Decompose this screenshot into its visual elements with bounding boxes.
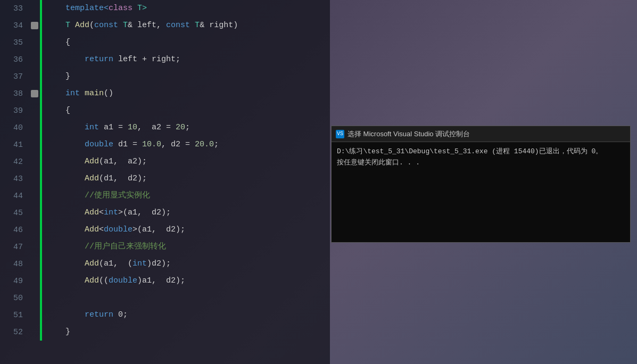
code-token: (( <box>99 276 109 285</box>
code-content: Add(a1, a2); <box>42 153 147 170</box>
green-bar <box>40 289 42 307</box>
code-content: template<class T> <box>42 0 147 17</box>
code-token: , a2 = <box>137 123 176 132</box>
code-token: template< <box>46 4 109 13</box>
code-token: Add <box>85 174 99 183</box>
code-line: 38 int main() <box>0 85 330 102</box>
code-content: } <box>42 324 70 341</box>
code-content: Add<double>(a1, d2); <box>42 221 185 238</box>
console-titlebar: VS 选择 Microsoft Visual Studio 调试控制台 <box>332 126 630 142</box>
code-token: return <box>85 310 113 319</box>
line-number: 44 <box>0 192 29 201</box>
code-line: 43 Add(d1, d2); <box>0 170 330 187</box>
code-content: Add((double)a1, d2); <box>42 272 185 289</box>
code-token: const <box>94 21 118 30</box>
code-content: Add<int>(a1, d2); <box>42 204 171 221</box>
code-content: T Add(const T& left, const T& right) <box>42 17 238 34</box>
code-token: int <box>104 208 118 217</box>
code-content: Add(d1, d2); <box>42 170 147 187</box>
line-indicator <box>29 90 40 97</box>
code-token <box>80 89 85 98</box>
line-number: 48 <box>0 260 29 269</box>
code-lines: 33 template<class T>34 T Add(const T& le… <box>0 0 330 341</box>
line-number: 45 <box>0 209 29 218</box>
code-token: 10.0 <box>142 140 161 149</box>
vs-icon-text: VS <box>337 131 343 137</box>
code-token: < <box>99 225 104 234</box>
code-token: & right) <box>200 21 238 30</box>
code-line: 52 } <box>0 324 330 341</box>
code-token: , d2 = <box>161 140 195 149</box>
code-content: int a1 = 10, a2 = 20; <box>42 119 190 136</box>
code-line: 50 <box>0 289 330 307</box>
code-token: 20 <box>176 123 185 132</box>
code-token: { <box>46 106 70 115</box>
code-token: Add <box>85 259 99 268</box>
code-line: 34 T Add(const T& left, const T& right) <box>0 17 330 34</box>
code-line: 33 template<class T> <box>0 0 330 17</box>
debug-console[interactable]: VS 选择 Microsoft Visual Studio 调试控制台 D:\练… <box>331 126 631 243</box>
console-output-line2: 按任意键关闭此窗口. . . <box>337 158 625 169</box>
code-token: )d2); <box>147 259 171 268</box>
code-line: 41 double d1 = 10.0, d2 = 20.0; <box>0 136 330 153</box>
line-number: 34 <box>0 21 29 30</box>
line-number: 40 <box>0 123 29 133</box>
code-token: } <box>46 72 70 81</box>
code-line: 47 //用户自己来强制转化 <box>0 238 330 255</box>
line-number: 36 <box>0 55 29 64</box>
code-token: int <box>85 123 99 132</box>
code-token: (a1, ( <box>99 259 133 268</box>
line-number: 35 <box>0 38 29 47</box>
code-token: Add <box>85 157 99 166</box>
code-token: < <box>99 208 104 217</box>
code-token <box>46 208 85 217</box>
code-line: 45 Add<int>(a1, d2); <box>0 204 330 221</box>
code-token <box>46 89 65 98</box>
code-token: 20.0 <box>195 140 214 149</box>
code-line: 40 int a1 = 10, a2 = 20; <box>0 119 330 136</box>
code-token: ; <box>214 140 219 149</box>
line-number: 52 <box>0 328 29 337</box>
code-line: 37 } <box>0 68 330 85</box>
code-token: Add <box>85 208 99 217</box>
code-token: } <box>46 327 70 336</box>
line-number: 38 <box>0 89 29 98</box>
code-token: left + right; <box>113 55 180 64</box>
line-number: 39 <box>0 106 29 115</box>
line-number: 51 <box>0 311 29 320</box>
line-number: 33 <box>0 4 29 13</box>
code-token <box>46 276 85 285</box>
code-token: //用户自己来强制转化 <box>46 242 166 251</box>
code-content: { <box>42 34 70 51</box>
code-content: return 0; <box>42 307 128 324</box>
code-token: () <box>104 89 113 98</box>
code-token: return <box>85 55 113 64</box>
code-token: ( <box>89 21 94 30</box>
line-number: 46 <box>0 226 29 235</box>
code-token: )a1, d2); <box>137 276 185 285</box>
console-output-line1: D:\练习\test_5_31\Debug\test_5_31.exe (进程 … <box>337 146 625 158</box>
code-line: 49 Add((double)a1, d2); <box>0 272 330 289</box>
line-number: 41 <box>0 140 29 150</box>
code-content: Add(a1, (int)d2); <box>42 255 171 272</box>
code-content: int main() <box>42 85 113 102</box>
code-line: 48 Add(a1, (int)d2); <box>0 255 330 272</box>
code-token: 0; <box>113 310 128 319</box>
vs-icon: VS <box>336 130 344 138</box>
line-number: 43 <box>0 175 29 184</box>
code-token: T <box>46 21 75 30</box>
code-token: int <box>133 259 147 268</box>
code-token: T <box>118 21 128 30</box>
code-token: d1 = <box>113 140 142 149</box>
code-line: 51 return 0; <box>0 307 330 324</box>
code-token <box>46 55 85 64</box>
code-token: const <box>166 21 190 30</box>
line-number: 37 <box>0 72 29 81</box>
code-token: double <box>104 225 133 234</box>
code-line: 44 //使用显式实例化 <box>0 187 330 204</box>
code-token <box>46 225 85 234</box>
code-token: main <box>85 89 104 98</box>
code-token: class <box>109 4 133 13</box>
code-content: { <box>42 102 70 119</box>
breakpoint-dot <box>31 90 38 97</box>
